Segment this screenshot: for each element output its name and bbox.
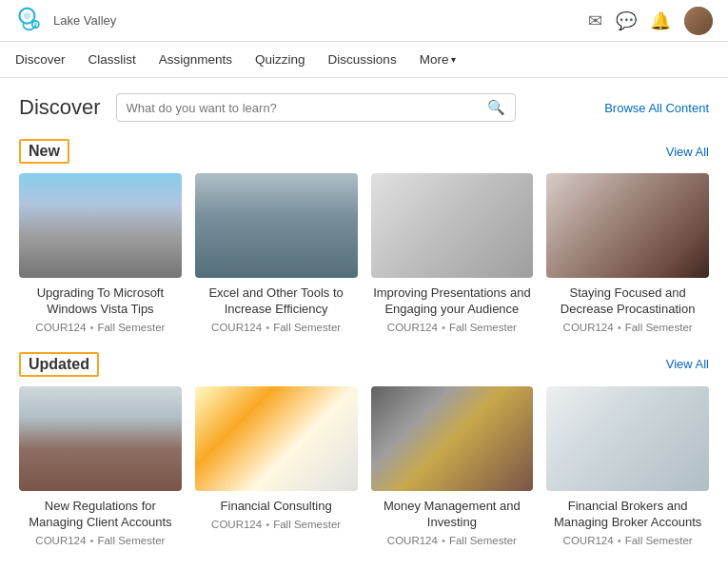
- card-image-updated-0: [19, 386, 182, 491]
- card-updated-2[interactable]: Money Management and InvestingCOUR124•Fa…: [371, 386, 534, 546]
- logo-icon: [15, 6, 46, 36]
- card-title-updated-0: New Regulations for Managing Client Acco…: [19, 499, 182, 531]
- meta-separator: •: [89, 535, 93, 546]
- search-input[interactable]: [127, 101, 487, 115]
- top-icons: ✉ 💬 🔔: [588, 7, 713, 35]
- card-semester: Fall Semester: [273, 519, 341, 530]
- card-meta-updated-2: COUR124•Fall Semester: [371, 535, 534, 546]
- card-image-new-0: [19, 173, 182, 278]
- app-name: Lake Valley: [53, 13, 116, 29]
- meta-separator: •: [442, 322, 445, 333]
- card-semester: Fall Semester: [625, 535, 693, 546]
- svg-point-1: [24, 12, 30, 19]
- view-all-updated[interactable]: View All: [666, 357, 709, 371]
- card-image-updated-3: [546, 386, 709, 491]
- card-new-3[interactable]: Staying Focused and Decrease Procastinat…: [546, 173, 709, 333]
- page-title: Discover: [19, 95, 101, 120]
- more-label: More: [420, 52, 449, 67]
- card-meta-new-3: COUR124•Fall Semester: [546, 322, 709, 333]
- card-semester: Fall Semester: [97, 535, 165, 546]
- card-course: COUR124: [35, 535, 86, 546]
- meta-separator: •: [89, 322, 93, 333]
- meta-separator: •: [266, 322, 269, 333]
- meta-separator: •: [618, 535, 621, 546]
- search-bar[interactable]: 🔍: [116, 93, 516, 122]
- avatar[interactable]: [684, 7, 713, 35]
- nav-item-more[interactable]: More ▾: [420, 43, 457, 76]
- section-header-updated: UpdatedView All: [19, 352, 709, 377]
- browse-all-link[interactable]: Browse All Content: [604, 101, 709, 115]
- card-course: COUR124: [35, 322, 86, 333]
- card-meta-new-2: COUR124•Fall Semester: [371, 322, 534, 333]
- top-bar: Lake Valley ✉ 💬 🔔: [0, 0, 728, 42]
- card-updated-1[interactable]: Financial ConsultingCOUR124•Fall Semeste…: [195, 386, 358, 546]
- card-new-1[interactable]: Excel and Other Tools to Increase Effici…: [195, 173, 358, 333]
- section-title-updated: Updated: [19, 352, 99, 377]
- meta-separator: •: [266, 519, 269, 530]
- nav-item-discussions[interactable]: Discussions: [328, 43, 397, 76]
- section-title-new: New: [19, 139, 69, 164]
- card-image-updated-1: [195, 386, 358, 491]
- card-title-new-1: Excel and Other Tools to Increase Effici…: [195, 285, 358, 318]
- card-semester: Fall Semester: [449, 322, 517, 333]
- card-image-new-2: [371, 173, 534, 278]
- card-course: COUR124: [563, 322, 614, 333]
- card-semester: Fall Semester: [625, 322, 693, 333]
- cards-grid-new: Upgrading To Microsoft Windows Vista Tip…: [19, 173, 709, 333]
- card-updated-3[interactable]: Financial Brokers and Managing Broker Ac…: [546, 386, 709, 546]
- card-semester: Fall Semester: [97, 322, 165, 333]
- card-new-0[interactable]: Upgrading To Microsoft Windows Vista Tip…: [19, 173, 182, 333]
- sections-container: NewView AllUpgrading To Microsoft Window…: [19, 139, 709, 546]
- svg-point-3: [34, 22, 38, 26]
- cards-grid-updated: New Regulations for Managing Client Acco…: [19, 386, 709, 546]
- card-updated-0[interactable]: New Regulations for Managing Client Acco…: [19, 386, 182, 546]
- card-title-new-2: Improving Presentations and Engaging you…: [371, 285, 534, 318]
- chat-icon[interactable]: 💬: [616, 10, 637, 31]
- nav-item-discover[interactable]: Discover: [15, 43, 66, 76]
- card-image-new-3: [546, 173, 709, 278]
- card-title-updated-1: Financial Consulting: [195, 499, 358, 515]
- card-title-new-0: Upgrading To Microsoft Windows Vista Tip…: [19, 285, 182, 318]
- card-title-updated-2: Money Management and Investing: [371, 499, 534, 531]
- section-updated: UpdatedView AllNew Regulations for Manag…: [19, 352, 709, 546]
- nav-item-quizzing[interactable]: Quizzing: [255, 43, 305, 76]
- card-meta-new-0: COUR124•Fall Semester: [19, 322, 182, 333]
- card-semester: Fall Semester: [273, 322, 341, 333]
- card-image-updated-2: [371, 386, 534, 491]
- card-course: COUR124: [387, 322, 438, 333]
- mail-icon[interactable]: ✉: [588, 10, 602, 31]
- card-new-2[interactable]: Improving Presentations and Engaging you…: [371, 173, 534, 333]
- avatar-image: [684, 7, 713, 35]
- card-meta-updated-3: COUR124•Fall Semester: [546, 535, 709, 546]
- card-meta-new-1: COUR124•Fall Semester: [195, 322, 358, 333]
- section-new: NewView AllUpgrading To Microsoft Window…: [19, 139, 709, 333]
- card-title-updated-3: Financial Brokers and Managing Broker Ac…: [546, 499, 709, 531]
- search-icon: 🔍: [487, 99, 505, 116]
- logo-area: Lake Valley: [15, 6, 116, 36]
- card-semester: Fall Semester: [449, 535, 517, 546]
- card-course: COUR124: [563, 535, 614, 546]
- card-image-new-1: [195, 173, 358, 278]
- card-course: COUR124: [211, 519, 262, 530]
- bell-icon[interactable]: 🔔: [650, 10, 671, 31]
- card-meta-updated-1: COUR124•Fall Semester: [195, 519, 358, 530]
- nav-item-assignments[interactable]: Assignments: [159, 43, 232, 76]
- section-header-new: NewView All: [19, 139, 709, 164]
- meta-separator: •: [618, 322, 621, 333]
- card-course: COUR124: [387, 535, 438, 546]
- nav-item-classlist[interactable]: Classlist: [89, 43, 136, 76]
- chevron-down-icon: ▾: [451, 54, 456, 65]
- view-all-new[interactable]: View All: [666, 145, 709, 159]
- page-header: Discover 🔍 Browse All Content: [19, 93, 709, 122]
- nav-bar: Discover Classlist Assignments Quizzing …: [0, 42, 728, 78]
- meta-separator: •: [442, 535, 445, 546]
- card-meta-updated-0: COUR124•Fall Semester: [19, 535, 182, 546]
- main-content: Discover 🔍 Browse All Content NewView Al…: [0, 78, 728, 570]
- card-title-new-3: Staying Focused and Decrease Procastinat…: [546, 285, 709, 318]
- card-course: COUR124: [211, 322, 262, 333]
